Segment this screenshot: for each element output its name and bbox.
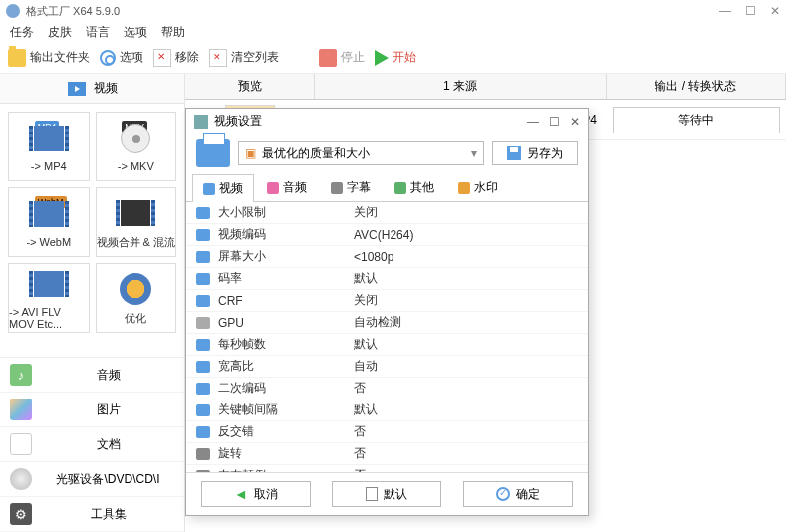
app-icon [6, 4, 20, 18]
category-icon: ✎ [10, 433, 32, 455]
close-button[interactable]: ✕ [770, 4, 780, 18]
property-name: 码率 [214, 270, 354, 287]
property-icon [196, 207, 210, 219]
options-button[interactable]: 选项 [100, 49, 143, 66]
property-name: 关键帧间隔 [214, 401, 354, 418]
quality-dropdown-label: 最优化的质量和大小 [262, 145, 370, 162]
ok-button[interactable]: 确定 [463, 481, 573, 507]
tab-audio-icon [267, 182, 279, 194]
property-row[interactable]: 每秒帧数默认 [186, 334, 588, 356]
property-value: 关闭 [354, 292, 578, 309]
property-icon [196, 273, 210, 285]
property-value: 否 [354, 380, 578, 397]
category-item-2[interactable]: ✎文档 [0, 427, 184, 462]
property-value: 否 [354, 423, 578, 440]
property-icon [196, 383, 210, 395]
tab-audio[interactable]: 音频 [256, 173, 318, 201]
dialog-minimize-button[interactable]: — [527, 115, 539, 129]
property-name: 二次编码 [214, 380, 354, 397]
video-icon [68, 82, 86, 96]
category-item-0[interactable]: ♪音频 [0, 358, 184, 393]
property-row[interactable]: CRF关闭 [186, 290, 588, 312]
maximize-button[interactable]: ☐ [745, 4, 756, 18]
save-as-button[interactable]: 另存为 [492, 141, 578, 165]
default-button[interactable]: 默认 [332, 481, 441, 507]
property-icon [196, 317, 210, 329]
start-button[interactable]: 开始 [375, 49, 416, 66]
property-name: 视频编码 [214, 226, 354, 243]
dialog-tabs: 视频 音频 字幕 其他 水印 [186, 173, 588, 202]
property-row[interactable]: 大小限制关闭 [186, 202, 588, 224]
stop-button[interactable]: 停止 [319, 49, 365, 67]
property-row[interactable]: 码率默认 [186, 268, 588, 290]
stop-icon [319, 49, 337, 67]
category-label: 音频 [42, 367, 174, 384]
format-tile-4[interactable]: -> AVI FLV MOV Etc... [8, 263, 90, 333]
menu-help[interactable]: 帮助 [161, 24, 185, 41]
dialog-close-button[interactable]: ✕ [570, 115, 580, 129]
format-tile-2[interactable]: WebM-> WebM [8, 187, 90, 257]
format-tile-3[interactable]: 视频合并 & 混流 [96, 187, 177, 257]
tab-video-icon [203, 183, 215, 195]
clear-list-button[interactable]: 清空列表 [209, 49, 279, 67]
property-row[interactable]: 二次编码否 [186, 378, 588, 399]
menu-skin[interactable]: 皮肤 [48, 24, 72, 41]
property-name: CRF [214, 294, 354, 308]
tab-other-icon [394, 182, 406, 194]
category-label: 工具集 [42, 506, 174, 523]
check-icon [496, 487, 510, 501]
remove-button[interactable]: 移除 [153, 49, 199, 67]
tab-video[interactable]: 视频 [192, 174, 254, 202]
left-header-video[interactable]: 视频 [0, 74, 184, 104]
property-value: 自动 [354, 358, 578, 375]
format-tile-5[interactable]: 优化 [96, 263, 177, 333]
property-row[interactable]: 旋转否 [186, 443, 588, 465]
property-value: 默认 [354, 336, 578, 353]
category-label: 光驱设备\DVD\CD\I [42, 471, 174, 488]
save-icon [507, 146, 521, 160]
property-value: 默认 [354, 401, 578, 418]
cancel-button[interactable]: ◄取消 [201, 481, 311, 507]
category-label: 图片 [42, 401, 174, 418]
category-item-1[interactable]: 图片 [0, 393, 184, 427]
property-row[interactable]: 反交错否 [186, 421, 588, 443]
property-row[interactable]: 屏幕大小<1080p [186, 246, 588, 268]
format-tile-0[interactable]: MP4-> MP4 [8, 112, 90, 181]
property-value: 否 [354, 445, 578, 462]
document-icon [366, 487, 378, 501]
property-name: 反交错 [214, 423, 354, 440]
property-row[interactable]: 宽高比自动 [186, 356, 588, 378]
col-status: 输出 / 转换状态 [607, 74, 786, 99]
property-row[interactable]: GPU自动检测 [186, 312, 588, 334]
menu-options[interactable]: 选项 [124, 24, 147, 41]
tab-other[interactable]: 其他 [384, 173, 445, 201]
dialog-titlebar: 视频设置 — ☐ ✕ [186, 109, 588, 133]
clear-list-icon [209, 49, 227, 67]
menu-tasks[interactable]: 任务 [10, 24, 34, 41]
property-value: 自动检测 [354, 314, 578, 331]
minimize-button[interactable]: — [719, 4, 731, 18]
property-icon [196, 361, 210, 373]
category-item-3[interactable]: 光驱设备\DVD\CD\I [0, 462, 184, 497]
property-row[interactable]: 关键帧间隔默认 [186, 399, 588, 421]
category-icon: ⚙ [10, 503, 32, 525]
tab-watermark[interactable]: 水印 [447, 173, 509, 201]
format-tile-1[interactable]: MKV-> MKV [96, 112, 177, 181]
menu-language[interactable]: 语言 [86, 24, 110, 41]
tab-subtitle[interactable]: 字幕 [320, 173, 382, 201]
format-tile-icon [121, 124, 150, 153]
property-icon [196, 295, 210, 307]
property-row[interactable]: 视频编码AVC(H264) [186, 224, 588, 246]
quality-dropdown[interactable]: ▣ 最优化的质量和大小 ▾ [238, 141, 484, 165]
dialog-maximize-button[interactable]: ☐ [549, 115, 560, 129]
property-value: <1080p [354, 250, 578, 264]
source-grid-header: 预览 1 来源 输出 / 转换状态 [185, 74, 786, 100]
remove-label: 移除 [175, 49, 199, 66]
dialog-title: 视频设置 [214, 113, 521, 130]
category-item-4[interactable]: ⚙工具集 [0, 497, 184, 532]
clear-list-label: 清空列表 [231, 49, 279, 66]
output-folder-button[interactable]: 输出文件夹 [8, 49, 90, 67]
property-row[interactable]: 左右颠倒否 [186, 465, 588, 472]
property-icon [196, 339, 210, 351]
chevron-down-icon: ▾ [471, 146, 477, 160]
